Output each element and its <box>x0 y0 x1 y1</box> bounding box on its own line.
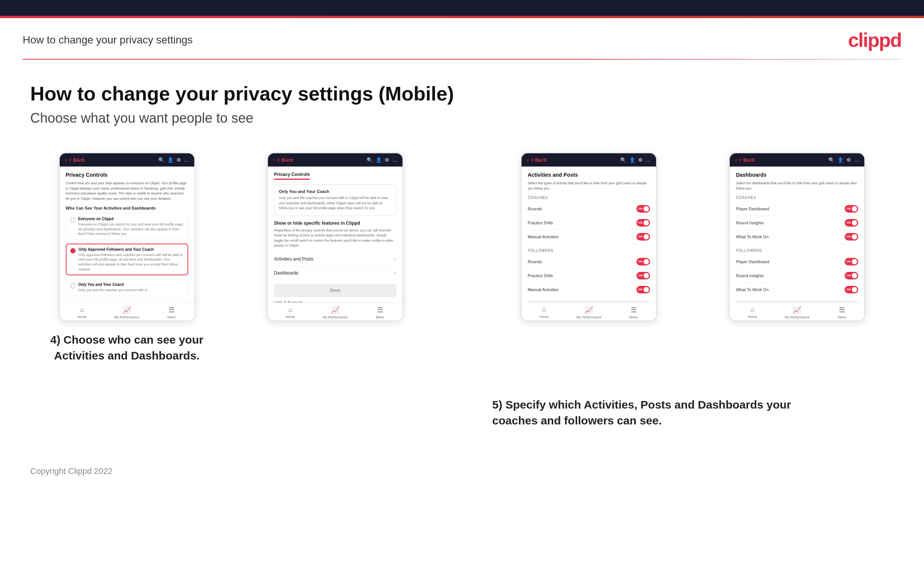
phone-mockup-3: ‹ < Back 🔍 👤 ⚙ … Activities and Posts Se… <box>521 153 657 321</box>
toggle-work-on-coach[interactable]: What To Work On ON <box>736 230 858 244</box>
nav-performance-3[interactable]: 📈 My Performance <box>567 306 611 319</box>
mockup-col-3: ‹ < Back 🔍 👤 ⚙ … Activities and Posts Se… <box>493 153 685 364</box>
person-icon[interactable]: 👤 <box>167 157 173 163</box>
toggle-manual-coach[interactable]: Manual Activities ON <box>528 230 650 244</box>
work-on-coach-toggle[interactable]: ON <box>845 233 858 240</box>
mock-back-btn-4[interactable]: ‹ < Back <box>735 157 755 163</box>
settings-icon[interactable]: ⚙ <box>176 157 181 163</box>
toggle-work-on-follower[interactable]: What To Work On ON <box>736 283 858 297</box>
who-can-see-title: Who Can See Your Activities and Dashboar… <box>66 206 188 210</box>
person-icon-4[interactable]: 👤 <box>837 157 843 163</box>
mock-topbar-icons-3: 🔍 👤 ⚙ … <box>620 157 651 163</box>
more-icon[interactable]: … <box>184 157 189 163</box>
drills-coach-toggle[interactable]: ON <box>636 219 650 227</box>
toggle-player-dash-coach[interactable]: Player Dashboard ON <box>736 202 858 216</box>
work-on-follower-toggle[interactable]: ON <box>845 286 858 293</box>
radio-everyone[interactable]: Everyone on Clippd Everyone on Clippd ca… <box>66 213 188 240</box>
drills-follower-toggle[interactable]: ON <box>636 272 650 279</box>
phone-mockup-1: ‹ < Back 🔍 👤 ⚙ … Privacy Controls Contro… <box>59 153 195 321</box>
mock-topbar-icons-1: 🔍 👤 ⚙ … <box>158 157 189 163</box>
toggle-drills-follower[interactable]: Practice Drills ON <box>528 269 650 283</box>
toggle-drills-coach[interactable]: Practice Drills ON <box>528 216 650 230</box>
mock-back-btn-2[interactable]: ‹ < Back <box>273 157 293 163</box>
back-chevron-icon: ‹ <box>65 157 66 163</box>
activities-posts-desc: Select the types of activity that you'd … <box>528 181 650 191</box>
option-card-desc: Only you and the coaches you connect wit… <box>279 196 391 211</box>
nav-performance-2[interactable]: 📈 My Performance <box>313 306 358 319</box>
activities-posts-arrow: > <box>393 256 396 262</box>
nav-performance-1[interactable]: 📈 My Performance <box>104 306 149 319</box>
radio-label-approved: Only Approved Followers and Your Coach <box>79 247 184 251</box>
mock-back-btn-3[interactable]: ‹ < Back <box>527 157 547 163</box>
nav-home-3[interactable]: ⌂ Home <box>522 306 567 319</box>
save-btn-2[interactable]: Save <box>274 284 396 297</box>
person-icon-3[interactable]: 👤 <box>629 157 635 163</box>
mockups-row: ‹ < Back 🔍 👤 ⚙ … Privacy Controls Contro… <box>30 153 894 364</box>
option-card: Only You and Your Coach Only you and the… <box>274 184 396 216</box>
chart-icon-3: 📈 <box>585 306 593 314</box>
mock-back-btn-1[interactable]: ‹ < Back <box>65 157 85 163</box>
mock-bottom-nav-4: ⌂ Home 📈 My Performance ☰ Menu <box>730 303 864 321</box>
player-dash-coach-label: Player Dashboard <box>736 206 769 211</box>
more-icon-4[interactable]: … <box>854 157 859 163</box>
rounds-follower-toggle[interactable]: ON <box>636 258 650 266</box>
nav-home-2[interactable]: ⌂ Home <box>268 306 313 319</box>
show-hide-title: Show or hide specific features in Clippd <box>274 221 396 226</box>
mock-bottom-nav-1: ⌂ Home 📈 My Performance ☰ Menu <box>60 303 194 321</box>
mock-content-2: Privacy Controls Only You and Your Coach… <box>268 166 402 303</box>
toggle-player-dash-follower[interactable]: Player Dashboard ON <box>736 255 858 269</box>
toggle-rounds-follower[interactable]: Rounds ON <box>528 255 650 269</box>
activities-posts-title: Activities and Posts <box>528 172 650 178</box>
manual-follower-toggle[interactable]: ON <box>636 286 650 293</box>
nav-home-4[interactable]: ⌂ Home <box>730 306 775 319</box>
activities-posts-row[interactable]: Activities and Posts > <box>274 252 396 266</box>
menu-icon-2: ☰ <box>377 306 383 314</box>
radio-approved[interactable]: Only Approved Followers and Your Coach O… <box>66 243 188 275</box>
dashboards-desc: Select the dashboards that you'd like to… <box>736 181 858 191</box>
page-subtitle: Choose what you want people to see <box>30 110 894 126</box>
radio-label-everyone: Everyone on Clippd <box>78 217 184 221</box>
radio-only-you[interactable]: Only You and Your Coach Only you and the… <box>66 279 188 296</box>
nav-performance-4[interactable]: 📈 My Performance <box>775 306 820 319</box>
copyright-text: Copyright Clippd 2022 <box>30 466 113 476</box>
manual-follower-label: Manual Activities <box>528 287 559 292</box>
more-icon-3[interactable]: … <box>646 157 651 163</box>
main-content: How to change your privacy settings (Mob… <box>0 60 924 451</box>
toggle-round-insights-coach[interactable]: Round Insights ON <box>736 216 858 230</box>
manual-coach-toggle[interactable]: ON <box>636 233 650 240</box>
round-insights-follower-toggle[interactable]: ON <box>845 272 858 279</box>
rounds-coach-toggle[interactable]: ON <box>636 205 650 213</box>
settings-icon-2[interactable]: ⚙ <box>385 157 389 163</box>
nav-menu-4[interactable]: ☰ Menu <box>820 306 865 319</box>
settings-icon-4[interactable]: ⚙ <box>846 157 851 163</box>
round-insights-coach-toggle[interactable]: ON <box>845 219 858 227</box>
menu-icon: ☰ <box>168 306 174 314</box>
search-icon-4[interactable]: 🔍 <box>829 157 834 163</box>
radio-circle-everyone <box>70 218 75 223</box>
home-icon-4: ⌂ <box>750 306 754 314</box>
dashboards-title: Dashboards <box>736 172 858 178</box>
player-dash-coach-toggle[interactable]: ON <box>845 205 858 213</box>
toggle-rounds-coach[interactable]: Rounds ON <box>528 202 650 216</box>
privacy-controls-tab[interactable]: Privacy Controls <box>274 172 310 180</box>
settings-icon-3[interactable]: ⚙ <box>638 157 643 163</box>
mockup-col-2: ‹ < Back 🔍 👤 ⚙ … Privacy Controls Only Y… <box>239 153 431 364</box>
search-icon-2[interactable]: 🔍 <box>367 157 373 163</box>
privacy-controls-desc: Control how you and your data appears to… <box>66 181 188 201</box>
nav-menu-2[interactable]: ☰ Menu <box>357 306 402 319</box>
toggle-manual-follower[interactable]: Manual Activities ON <box>528 283 650 297</box>
mockup-col-1: ‹ < Back 🔍 👤 ⚙ … Privacy Controls Contro… <box>30 153 223 364</box>
dashboards-row[interactable]: Dashboards > <box>274 266 396 280</box>
toggle-round-insights-follower[interactable]: Round Insights ON <box>736 269 858 283</box>
player-dash-follower-toggle[interactable]: ON <box>845 258 858 266</box>
search-icon-3[interactable]: 🔍 <box>620 157 626 163</box>
nav-home-1[interactable]: ⌂ Home <box>60 306 105 319</box>
person-icon-2[interactable]: 👤 <box>376 157 382 163</box>
search-icon[interactable]: 🔍 <box>158 157 165 163</box>
coaches-label-4: COACHES <box>736 196 858 200</box>
mock-topbar-4: ‹ < Back 🔍 👤 ⚙ … <box>730 153 864 166</box>
round-insights-coach-label: Round Insights <box>736 221 763 225</box>
nav-menu-1[interactable]: ☰ Menu <box>149 306 194 319</box>
more-icon-2[interactable]: … <box>392 157 397 163</box>
nav-menu-3[interactable]: ☰ Menu <box>611 306 656 319</box>
